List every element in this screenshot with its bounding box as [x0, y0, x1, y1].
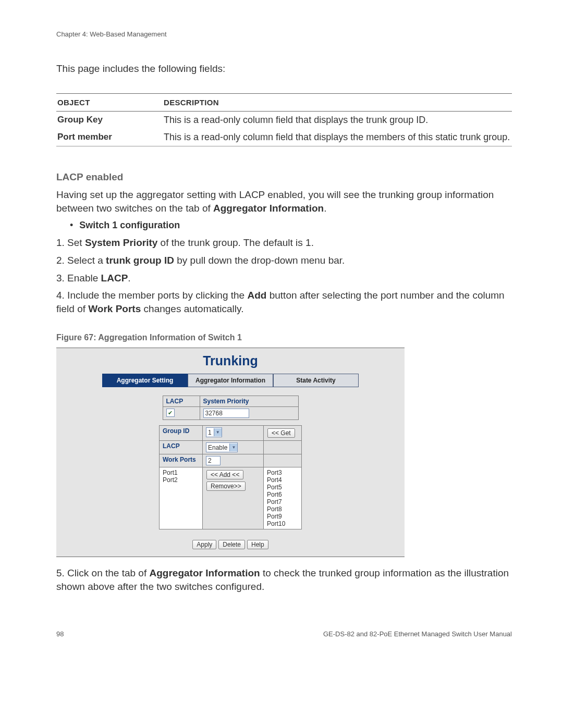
text-bold: Work Ports	[88, 303, 141, 314]
action-buttons: Apply Delete Help	[56, 535, 405, 557]
text: 3. Enable	[56, 273, 101, 283]
table-row: Group Key This is a read-only column fie…	[56, 112, 512, 129]
list-item: Port2	[163, 476, 199, 484]
text: changes automatically.	[141, 303, 243, 314]
chevron-down-icon: ▼	[229, 443, 237, 451]
fields-table: OBJECT DESCRIPTION Group Key This is a r…	[56, 93, 512, 146]
list-item: Port8	[267, 505, 298, 513]
lacp-priority-table: LACP System Priority ✔ 32768	[163, 396, 299, 420]
work-ports-input[interactable]: 2	[206, 456, 221, 465]
screenshot-title: Trunking	[56, 348, 405, 372]
lacp-paragraph: Having set up the aggregator setting wit…	[56, 188, 512, 215]
remove-button[interactable]: Remove>>	[206, 482, 246, 491]
text: 2. Select a	[56, 255, 106, 266]
chapter-header: Chapter 4: Web-Based Management	[56, 30, 512, 38]
text: of the trunk group. The default is 1.	[157, 237, 314, 248]
th-object: OBJECT	[56, 94, 163, 112]
manual-title: GE-DS-82 and 82-PoE Ethernet Managed Swi…	[323, 630, 512, 638]
system-priority-input[interactable]: 32768	[203, 409, 249, 418]
screenshot-trunking: Trunking Aggregator Setting Aggregator I…	[56, 348, 405, 557]
text: 1. Set	[56, 237, 85, 248]
cell-object: Group Key	[56, 112, 163, 129]
delete-button[interactable]: Delete	[218, 540, 245, 549]
cell-empty	[264, 441, 302, 454]
label-group-id: Group ID	[160, 426, 203, 441]
tab-aggregator-setting[interactable]: Aggregator Setting	[102, 374, 188, 387]
cell-empty	[264, 454, 302, 467]
label-work-ports: Work Ports	[160, 454, 203, 467]
step-3: 3. Enable LACP.	[56, 272, 512, 285]
text-bold: System Priority	[85, 237, 157, 248]
tab-bar: Aggregator Setting Aggregator Informatio…	[56, 374, 405, 387]
apply-button[interactable]: Apply	[192, 540, 216, 549]
text: by pull down the drop-down menu bar.	[174, 255, 345, 266]
cell-description: This is a read-only column field that di…	[163, 129, 512, 146]
figure-caption: Figure 67: Aggregation Information of Sw…	[56, 333, 512, 342]
list-item: Port7	[267, 498, 298, 505]
bullet-label: Switch 1 configuration	[79, 220, 180, 231]
tab-state-activity[interactable]: State Activity	[273, 374, 359, 387]
step-4: 4. Include the member ports by clicking …	[56, 289, 512, 315]
bullet-switch1: • Switch 1 configuration	[70, 220, 512, 231]
step-5: 5. Click on the tab of Aggregator Inform…	[56, 566, 512, 593]
text: 4. Include the member ports by clicking …	[56, 290, 247, 301]
page-footer: 98 GE-DS-82 and 82-PoE Ethernet Managed …	[56, 630, 512, 638]
bullet-dot-icon: •	[70, 220, 73, 231]
lacp-checkbox[interactable]: ✔	[166, 409, 175, 417]
right-ports-list[interactable]: Port3 Port4 Port5 Port6 Port7 Port8 Port…	[264, 467, 302, 529]
group-id-select[interactable]: 1 ▼	[206, 427, 222, 437]
cell-add-remove: << Add << Remove>>	[203, 467, 264, 529]
text: .	[324, 203, 326, 214]
cell-system-priority: 32768	[200, 407, 298, 420]
cell-lacp-checkbox: ✔	[163, 407, 200, 420]
text-bold: Aggregator Information	[150, 567, 260, 578]
text-bold: Aggregator Information	[213, 203, 324, 214]
page-number: 98	[56, 630, 64, 638]
section-title-lacp: LACP enabled	[56, 171, 512, 183]
cell-group-id: 1 ▼	[203, 426, 264, 441]
group-id-value: 1	[208, 429, 212, 436]
list-item: Port1	[163, 469, 199, 476]
text: .	[128, 273, 130, 283]
list-item: Port9	[267, 513, 298, 520]
cell-lacp-mode: Enable ▼	[203, 441, 264, 454]
intro-text: This page includes the following fields:	[56, 63, 512, 75]
list-item: Port10	[267, 520, 298, 527]
cell-object: Port member	[56, 129, 163, 146]
table-row: Port member This is a read-only column f…	[56, 129, 512, 146]
th-description: DESCRIPTION	[163, 94, 512, 112]
text-bold: trunk group ID	[106, 255, 174, 266]
label-lacp: LACP	[163, 396, 200, 407]
step-1: 1. Set System Priority of the trunk grou…	[56, 236, 512, 250]
step-2: 2. Select a trunk group ID by pull down …	[56, 254, 512, 267]
label-system-priority: System Priority	[200, 396, 298, 407]
lacp-mode-value: Enable	[208, 444, 227, 451]
left-ports-list[interactable]: Port1 Port2	[160, 467, 203, 529]
label-lacp2: LACP	[160, 441, 203, 454]
get-button[interactable]: << Get	[267, 428, 295, 438]
list-item: Port6	[267, 491, 298, 498]
add-button[interactable]: << Add <<	[206, 470, 243, 479]
list-item: Port4	[267, 476, 298, 484]
tab-aggregator-information[interactable]: Aggregator Information	[188, 374, 273, 387]
list-item: Port5	[267, 484, 298, 491]
help-button[interactable]: Help	[247, 540, 268, 549]
cell-work-ports: 2	[203, 454, 264, 467]
text-bold: LACP	[101, 273, 128, 283]
cell-description: This is a read-only column field that di…	[163, 112, 512, 129]
cell-get: << Get	[264, 426, 302, 441]
text: 5. Click on the tab of	[56, 567, 150, 578]
aggregator-config-table: Group ID 1 ▼ << Get LACP	[159, 425, 302, 529]
lacp-mode-select[interactable]: Enable ▼	[206, 442, 238, 452]
chevron-down-icon: ▼	[214, 428, 222, 436]
text-bold: Add	[247, 290, 266, 301]
list-item: Port3	[267, 469, 298, 476]
